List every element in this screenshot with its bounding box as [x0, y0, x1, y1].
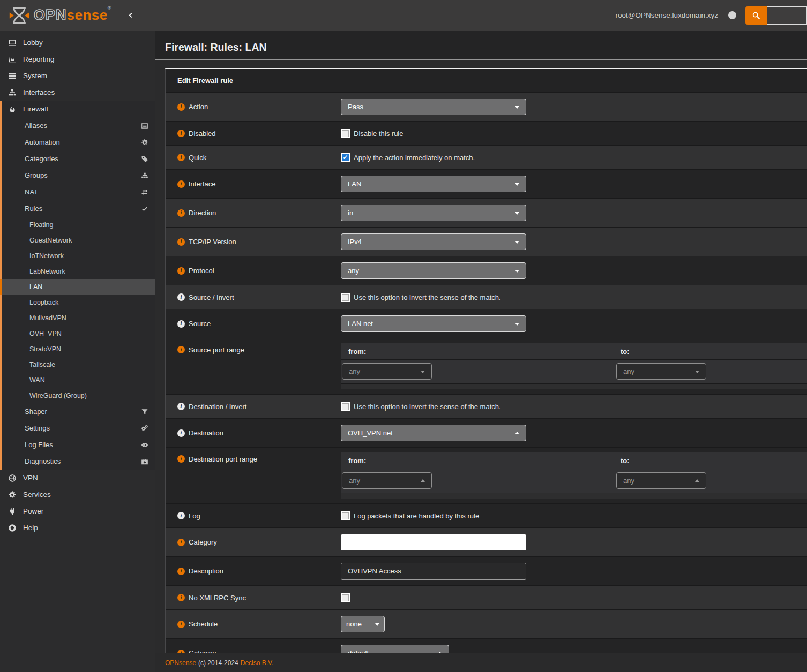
destination-select[interactable]: OVH_VPN net	[341, 425, 526, 441]
disabled-checkbox[interactable]	[341, 129, 350, 138]
field-control-cell: from:to:anyany	[341, 448, 807, 503]
info-icon[interactable]: i	[177, 455, 185, 463]
field-label: Schedule	[189, 620, 218, 628]
field-label: Destination port range	[189, 455, 257, 463]
info-icon[interactable]: i	[177, 180, 185, 188]
interface-select[interactable]: LAN	[341, 176, 526, 192]
info-icon[interactable]: i	[177, 568, 185, 575]
sidebar-item-ovh-vpn[interactable]: OVH_VPN	[2, 326, 155, 341]
sitemap-icon	[141, 172, 148, 179]
info-icon[interactable]: i	[177, 594, 185, 601]
sidebar-subsubitem-label: MullvadVPN	[29, 314, 66, 322]
sidebar-item-loopback[interactable]: Loopback	[2, 295, 155, 310]
sidebar-item-aliases[interactable]: Aliases	[2, 117, 155, 134]
category-input[interactable]	[341, 534, 526, 550]
info-icon[interactable]: i	[177, 293, 185, 301]
footer-opnsense-link[interactable]: OPNsense	[165, 659, 196, 667]
destination-port-range-to-select[interactable]: any	[616, 472, 706, 489]
sidebar-item-shaper[interactable]: Shaper	[2, 403, 155, 420]
sidebar-item-rules[interactable]: Rules	[2, 200, 155, 217]
info-icon[interactable]: i	[177, 103, 185, 111]
source-select[interactable]: LAN net	[341, 315, 526, 332]
sidebar-collapse-button[interactable]	[127, 12, 134, 19]
destination-invert-checkbox[interactable]	[341, 402, 350, 411]
sidebar-item-lan[interactable]: LAN	[2, 279, 155, 295]
sidebar-item-nat[interactable]: NAT	[2, 184, 155, 200]
source-port-range-to-select[interactable]: any	[616, 363, 706, 380]
description-input[interactable]	[341, 563, 526, 580]
action-select[interactable]: Pass	[341, 99, 526, 115]
sidebar-item-guestnetwork[interactable]: GuestNetwork	[2, 232, 155, 248]
tcp-ip-version-select[interactable]: IPv4	[341, 233, 526, 250]
search-button[interactable]	[745, 6, 767, 25]
sidebar-item-labnetwork[interactable]: LabNetwork	[2, 263, 155, 279]
sidebar-item-vpn[interactable]: VPN	[0, 470, 155, 486]
sidebar-item-groups[interactable]: Groups	[2, 167, 155, 184]
sidebar-item-lobby[interactable]: Lobby	[0, 34, 155, 51]
source-invert-checkbox[interactable]	[341, 293, 350, 302]
source-port-range-from-select[interactable]: any	[342, 363, 432, 380]
info-icon[interactable]: i	[177, 539, 185, 546]
info-icon[interactable]: i	[177, 209, 185, 217]
sidebar-item-iotnetwork[interactable]: IoTNetwork	[2, 248, 155, 263]
sidebar-item-wan[interactable]: WAN	[2, 372, 155, 388]
info-icon[interactable]: i	[177, 320, 185, 328]
sidebar-item-floating[interactable]: Floating	[2, 217, 155, 232]
sidebar-item-stratovpn[interactable]: StratoVPN	[2, 341, 155, 357]
footer: OPNsense (c) 2014-2024 Deciso B.V.	[155, 653, 807, 672]
quick-checkbox[interactable]	[341, 153, 350, 162]
info-icon[interactable]: i	[177, 154, 185, 161]
caret-up-icon	[695, 477, 699, 482]
info-icon[interactable]: i	[177, 346, 185, 353]
sidebar-item-automation[interactable]: Automation	[2, 134, 155, 150]
info-icon[interactable]: i	[177, 403, 185, 410]
direction-select[interactable]: in	[341, 205, 526, 221]
sidebar-item-log-files[interactable]: Log Files	[2, 436, 155, 453]
info-icon[interactable]: i	[177, 238, 185, 246]
no-xmlrpc-sync-checkbox[interactable]	[341, 593, 350, 602]
sidebar-item-power[interactable]: Power	[0, 503, 155, 519]
field-control-cell: none	[341, 610, 807, 638]
field-control-cell: Use this option to invert the sense of t…	[341, 395, 807, 418]
log-checkbox[interactable]	[341, 511, 350, 520]
sidebar-item-help[interactable]: Help	[0, 519, 155, 536]
schedule-select[interactable]: none	[341, 616, 385, 632]
sidebar-item-mullvadvpn[interactable]: MullvadVPN	[2, 310, 155, 326]
sidebar-item-interfaces[interactable]: Interfaces	[0, 84, 155, 101]
sidebar-item-settings[interactable]: Settings	[2, 420, 155, 436]
form-row-log: iLogLog packets that are handled by this…	[166, 504, 807, 528]
list-icon	[8, 72, 17, 80]
to-label: to:	[615, 457, 807, 465]
sidebar-section-reporting: Reporting	[0, 51, 155, 67]
info-icon[interactable]: i	[177, 429, 185, 437]
sidebar-item-firewall[interactable]: Firewall	[2, 101, 155, 117]
sidebar-item-tailscale[interactable]: Tailscale	[2, 357, 155, 372]
field-label: Source port range	[189, 346, 244, 354]
caret-down-icon	[515, 212, 519, 217]
logo[interactable]: OPNsense®	[0, 0, 155, 31]
sidebar-item-wireguard-group[interactable]: WireGuard (Group)	[2, 388, 155, 403]
top-bar: OPNsense® root@OPNsense.luxdomain.xyz	[0, 0, 807, 31]
source-invert-checkbox-label: Use this option to invert the sense of t…	[354, 293, 501, 301]
search-input[interactable]	[767, 6, 807, 25]
destination-port-range-from-select[interactable]: any	[342, 472, 432, 489]
info-icon[interactable]: i	[177, 621, 185, 628]
sidebar-item-reporting[interactable]: Reporting	[0, 51, 155, 67]
protocol-select[interactable]: any	[341, 262, 526, 279]
footer-deciso-link[interactable]: Deciso B.V.	[241, 659, 274, 667]
info-icon[interactable]: i	[177, 130, 185, 137]
sidebar-item-services[interactable]: Services	[0, 486, 155, 503]
sidebar-item-categories[interactable]: Categories	[2, 150, 155, 167]
field-label: Description	[189, 567, 223, 575]
info-icon[interactable]: i	[177, 267, 185, 275]
sidebar-item-label: VPN	[23, 474, 38, 482]
sidebar-item-diagnostics[interactable]: Diagnostics	[2, 453, 155, 470]
info-icon[interactable]: i	[177, 512, 185, 519]
field-control-cell: Log packets that are handled by this rul…	[341, 504, 807, 527]
sidebar-item-system[interactable]: System	[0, 67, 155, 84]
form-row-interface: iInterfaceLAN	[166, 170, 807, 199]
form-row-protocol: iProtocolany	[166, 256, 807, 285]
selected-value: IPv4	[348, 238, 362, 246]
form-row-destination-invert: iDestination / InvertUse this option to …	[166, 395, 807, 419]
sidebar-subsubitem-label: LAN	[29, 283, 42, 291]
